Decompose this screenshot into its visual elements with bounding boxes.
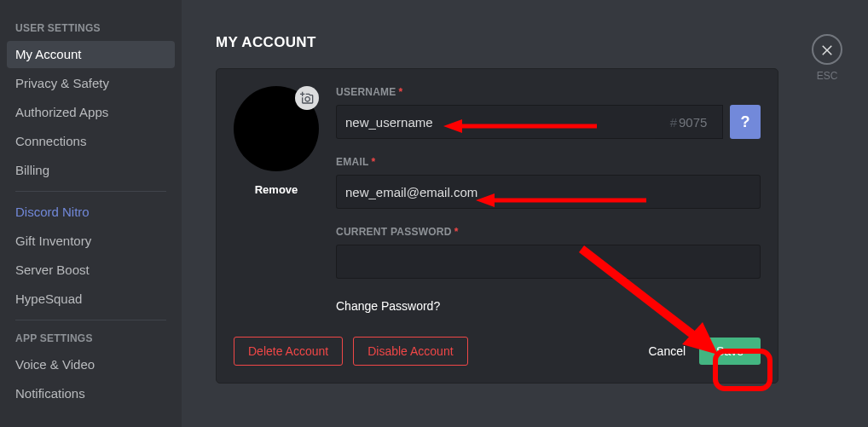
settings-sidebar: USER SETTINGS My Account Privacy & Safet… <box>0 0 182 427</box>
discriminator-help-button[interactable]: ? <box>730 105 761 139</box>
sidebar-item-voice-video[interactable]: Voice & Video <box>7 351 175 378</box>
sidebar-item-privacy[interactable]: Privacy & Safety <box>7 70 175 97</box>
disable-account-button[interactable]: Disable Account <box>353 337 467 366</box>
sidebar-item-gift-inventory[interactable]: Gift Inventory <box>7 228 175 255</box>
email-label: EMAIL* <box>336 156 761 168</box>
save-button[interactable]: Save <box>699 338 761 365</box>
delete-account-button[interactable]: Delete Account <box>234 337 343 366</box>
username-label: USERNAME* <box>336 86 761 98</box>
sidebar-heading-user: USER SETTINGS <box>7 17 175 39</box>
password-label: CURRENT PASSWORD* <box>336 226 761 238</box>
sidebar-item-authorized-apps[interactable]: Authorized Apps <box>7 99 175 126</box>
sidebar-item-hypesquad[interactable]: HypeSquad <box>7 286 175 313</box>
sidebar-item-notifications[interactable]: Notifications <box>7 380 175 407</box>
cancel-button[interactable]: Cancel <box>634 338 699 365</box>
account-card: Remove USERNAME* #9075 ? EMAIL* CURRENT … <box>216 68 778 384</box>
sidebar-item-my-account[interactable]: My Account <box>7 41 175 68</box>
discriminator-display: #9075 <box>655 105 723 139</box>
sidebar-item-server-boost[interactable]: Server Boost <box>7 257 175 284</box>
avatar-container[interactable] <box>234 86 319 171</box>
add-photo-icon <box>300 91 314 105</box>
sidebar-item-nitro[interactable]: Discord Nitro <box>7 199 175 226</box>
sidebar-separator <box>15 191 166 192</box>
sidebar-item-billing[interactable]: Billing <box>7 157 175 184</box>
sidebar-separator <box>15 320 166 320</box>
password-input[interactable] <box>336 245 761 279</box>
close-icon <box>819 42 835 57</box>
username-input[interactable] <box>336 105 655 139</box>
content-area: ESC MY ACCOUNT Remove USERNAME* #9075 ? <box>182 0 868 427</box>
email-input[interactable] <box>336 175 761 209</box>
avatar-edit-button[interactable] <box>295 86 319 110</box>
page-title: MY ACCOUNT <box>216 34 834 51</box>
remove-avatar-link[interactable]: Remove <box>234 183 319 196</box>
sidebar-item-connections[interactable]: Connections <box>7 128 175 155</box>
close-button[interactable] <box>812 34 842 65</box>
sidebar-heading-app: APP SETTINGS <box>7 327 175 349</box>
change-password-link[interactable]: Change Password? <box>336 296 761 320</box>
close-label: ESC <box>812 70 842 82</box>
